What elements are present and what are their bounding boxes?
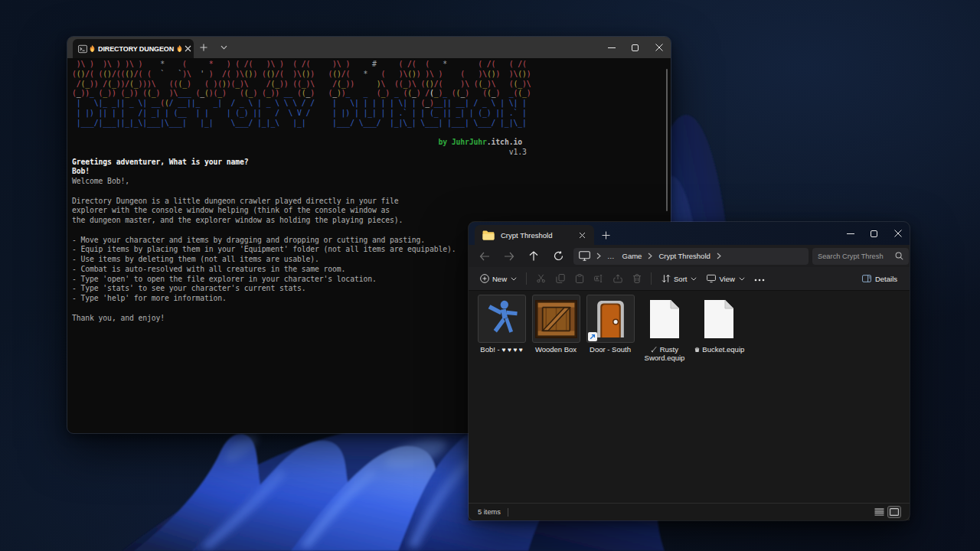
explorer-close-button[interactable] <box>886 222 910 245</box>
more-options-button[interactable] <box>750 269 769 288</box>
file-item[interactable]: Bucket.equip <box>684 295 753 354</box>
back-button[interactable] <box>472 246 497 266</box>
copy-icon <box>555 274 565 284</box>
breadcrumb-bar[interactable]: … Game Crypt Threshold <box>573 248 808 265</box>
paste-button[interactable] <box>570 269 589 288</box>
breadcrumb-item-crypt-threshold[interactable]: Crypt Threshold <box>658 252 710 260</box>
person-icon <box>478 295 526 343</box>
search-box[interactable]: Search Crypt Thresh <box>812 248 909 265</box>
shortcut-arrow-icon <box>588 332 597 341</box>
terminal-tab-title: DIRECTORY DUNGEON <box>89 44 183 53</box>
large-icons-view-toggle[interactable] <box>888 507 900 517</box>
explorer-toolbar: New Sort View Details <box>469 267 910 291</box>
explorer-tab-title: Crypt Threshold <box>501 231 552 240</box>
flame-emoji-icon <box>89 44 96 53</box>
delete-button[interactable] <box>627 269 646 288</box>
view-button-label: View <box>719 275 734 283</box>
breadcrumb-overflow-button[interactable]: … <box>607 252 615 260</box>
view-icon <box>706 274 716 284</box>
breadcrumb-chevron-icon <box>596 253 601 259</box>
share-button[interactable] <box>608 269 627 288</box>
file-icon-graphic <box>704 299 734 339</box>
status-separator <box>508 508 508 517</box>
file-name-label: Bucket.equip <box>692 345 746 354</box>
explorer-navigation-bar: … Game Crypt Threshold Search Crypt Thre… <box>469 245 910 267</box>
up-button[interactable] <box>521 246 546 266</box>
terminal-tab-dropdown-button[interactable] <box>214 37 234 58</box>
person-icon-graphic <box>484 298 520 340</box>
explorer-maximize-button[interactable] <box>862 222 886 245</box>
new-button[interactable]: New <box>475 269 521 288</box>
file-icon <box>641 295 689 343</box>
search-placeholder: Search Crypt Thresh <box>818 253 895 260</box>
details-panel-icon <box>862 274 872 284</box>
sort-button-label: Sort <box>674 275 687 283</box>
explorer-tab-bar: Crypt Threshold <box>469 222 910 245</box>
file-list-area[interactable]: Bob! - ♥ ♥ ♥ ♥Wooden BoxDoor - South Rus… <box>469 291 910 503</box>
terminal-tab-close-icon[interactable] <box>185 44 191 54</box>
search-icon <box>895 252 903 260</box>
new-plus-icon <box>479 274 489 284</box>
explorer-minimize-button[interactable] <box>838 222 862 245</box>
trash-icon <box>632 274 642 284</box>
sort-button[interactable]: Sort <box>656 269 701 288</box>
copy-button[interactable] <box>550 269 570 288</box>
door-icon-graphic <box>596 300 626 337</box>
door-icon <box>586 295 635 343</box>
ellipsis-icon <box>754 275 765 283</box>
terminal-icon <box>78 44 87 54</box>
dagger-emoji-icon <box>651 346 658 353</box>
toolbar-separator <box>526 272 527 285</box>
explorer-tab-close-icon[interactable] <box>576 229 588 241</box>
toolbar-separator <box>651 272 652 285</box>
forward-button[interactable] <box>497 246 521 266</box>
bucket-emoji-icon <box>694 346 701 353</box>
terminal-close-button[interactable] <box>647 37 671 58</box>
terminal-scrollbar[interactable] <box>666 69 668 211</box>
terminal-maximize-button[interactable] <box>623 37 647 58</box>
file-name-label: Rusty Sword.equip <box>638 345 691 362</box>
items-count-label: 5 items <box>478 508 501 516</box>
file-icon-graphic <box>649 299 680 339</box>
terminal-minimize-button[interactable] <box>599 37 623 58</box>
chevron-down-icon <box>511 277 517 281</box>
file-name-label: Wooden Box <box>529 345 583 354</box>
monitor-icon <box>579 251 590 261</box>
flame-emoji-icon <box>176 44 183 53</box>
crate-icon <box>532 295 580 343</box>
file-name-label: Door - South <box>583 345 637 354</box>
terminal-titlebar[interactable]: DIRECTORY DUNGEON <box>67 37 671 58</box>
share-icon <box>612 274 622 284</box>
new-button-label: New <box>492 275 507 283</box>
explorer-tab[interactable]: Crypt Threshold <box>475 225 594 245</box>
file-name-label: Bob! - ♥ ♥ ♥ ♥ <box>475 345 528 354</box>
breadcrumb-chevron-icon <box>648 253 652 259</box>
rename-icon <box>593 274 603 284</box>
explorer-status-bar: 5 items <box>469 503 910 520</box>
details-view-toggle[interactable] <box>873 507 885 517</box>
sort-icon <box>661 274 671 284</box>
terminal-caption-buttons <box>599 37 671 58</box>
details-button[interactable]: Details <box>858 269 902 288</box>
refresh-button[interactable] <box>546 246 570 266</box>
folder-icon <box>482 230 495 240</box>
explorer-new-tab-button[interactable] <box>594 225 617 245</box>
breadcrumb-chevron-icon <box>717 253 721 259</box>
terminal-tab[interactable]: DIRECTORY DUNGEON <box>73 39 194 58</box>
cut-button[interactable] <box>531 269 550 288</box>
crate-icon-graphic <box>534 299 578 339</box>
status-view-toggles <box>873 507 900 517</box>
breadcrumb-item-game[interactable]: Game <box>622 252 642 260</box>
view-button[interactable]: View <box>701 269 749 288</box>
explorer-caption-buttons <box>838 222 910 245</box>
file-name-hearts: ♥ ♥ ♥ ♥ <box>501 346 522 354</box>
file-explorer-window: Crypt Threshold … Game Crypt Threshold <box>469 222 910 520</box>
paste-icon <box>574 274 584 284</box>
terminal-title-text: DIRECTORY DUNGEON <box>98 45 174 53</box>
file-icon <box>695 295 743 343</box>
details-button-label: Details <box>875 275 897 283</box>
terminal-new-tab-button[interactable] <box>194 37 214 58</box>
rename-button[interactable] <box>589 269 608 288</box>
chevron-down-icon <box>691 277 697 281</box>
chevron-down-icon <box>739 277 745 281</box>
